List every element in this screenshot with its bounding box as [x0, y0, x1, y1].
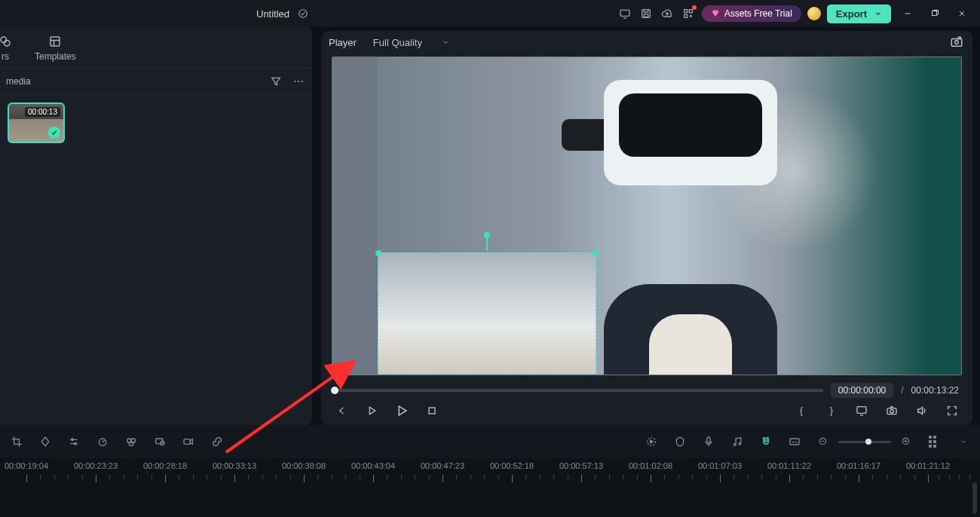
timeline-tick-minor — [914, 475, 915, 479]
window-close-button[interactable] — [951, 6, 972, 21]
caption-icon[interactable] — [787, 434, 802, 449]
crop-icon[interactable] — [9, 434, 24, 449]
display-icon[interactable] — [855, 404, 868, 418]
tab-templates-label: Templates — [35, 51, 76, 62]
speed-icon[interactable] — [95, 434, 110, 449]
tab-templates[interactable]: Templates — [30, 33, 81, 63]
svg-rect-18 — [857, 407, 866, 414]
zoom-out-icon[interactable] — [816, 434, 831, 449]
filter-icon[interactable] — [268, 75, 283, 88]
play-icon[interactable] — [395, 404, 409, 418]
record-icon[interactable] — [181, 434, 196, 449]
tab-filters-label: rs — [2, 51, 9, 62]
mark-in-icon[interactable]: { — [795, 404, 808, 418]
svg-point-12 — [298, 81, 299, 82]
timeline-label: 00:00:23:23 — [74, 461, 118, 470]
more-menu-icon[interactable] — [291, 75, 306, 88]
svg-rect-7 — [933, 11, 937, 16]
svg-point-13 — [302, 81, 303, 82]
timeline[interactable]: 00:00:19:0400:00:23:2300:00:28:1800:00:3… — [0, 458, 980, 517]
filters-icon — [0, 35, 12, 48]
timeline-toolbar-right — [644, 434, 971, 449]
timeline-tick-minor — [137, 475, 138, 479]
preview-overlay-clip[interactable] — [378, 252, 596, 375]
timeline-tick-minor — [706, 475, 707, 479]
timeline-tick-minor — [429, 475, 430, 479]
timeline-tick-major — [512, 475, 513, 482]
magnetic-icon[interactable] — [758, 434, 773, 449]
render-icon[interactable] — [644, 434, 659, 449]
voiceover-icon[interactable] — [701, 434, 716, 449]
timeline-tick-major — [443, 475, 443, 482]
mark-out-icon[interactable]: } — [825, 404, 838, 418]
timeline-tick-minor — [887, 475, 887, 479]
mask-icon[interactable] — [152, 434, 167, 449]
timeline-tick-minor — [54, 475, 55, 479]
device-preview-icon[interactable] — [617, 6, 632, 21]
window-minimize-button[interactable] — [897, 6, 918, 21]
diamond-icon — [711, 9, 720, 18]
svg-rect-1 — [620, 10, 629, 16]
volume-icon[interactable] — [915, 404, 929, 418]
save-icon[interactable] — [639, 6, 654, 21]
timeline-tick-minor — [872, 475, 873, 479]
svg-rect-29 — [184, 439, 190, 445]
zoom-track[interactable] — [838, 441, 891, 443]
title-bar-right: Assets Free Trial Export — [617, 5, 972, 23]
timeline-tick-minor — [179, 475, 179, 479]
timeline-label: 00:00:19:04 — [5, 461, 48, 470]
timeline-scrollbar[interactable] — [972, 482, 977, 514]
window-maximize-button[interactable] — [924, 6, 945, 21]
zoom-in-icon[interactable] — [899, 434, 914, 449]
svg-point-15 — [955, 41, 959, 44]
play-backward-icon[interactable] — [365, 404, 378, 418]
account-avatar[interactable] — [807, 7, 821, 20]
timeline-tick-minor — [193, 475, 194, 479]
canvas-frame[interactable] — [332, 57, 962, 375]
svg-point-33 — [739, 442, 741, 445]
player-canvas[interactable] — [332, 57, 962, 375]
media-panel-tabs: rs Templates — [0, 27, 312, 69]
player-quality-dropdown[interactable]: Full Quality — [367, 35, 455, 50]
assets-trial-label: Assets Free Trial — [724, 8, 792, 19]
timeline-zoom-slider[interactable] — [816, 434, 914, 449]
apps-icon[interactable] — [681, 6, 696, 21]
timeline-tick-minor — [803, 475, 804, 479]
media-clip[interactable]: 00:00:13 — [8, 102, 65, 143]
cloud-sync-icon[interactable] — [296, 6, 311, 21]
prev-frame-icon[interactable] — [335, 404, 348, 418]
marker-icon[interactable] — [672, 434, 688, 449]
player-progress-row: 00:00:00:00 / 00:00:13:22 — [321, 380, 972, 399]
audio-mixer-icon[interactable] — [730, 434, 745, 449]
media-clip-used-icon — [48, 127, 60, 139]
title-bar: Untitled Assets Free Trial Export — [0, 0, 980, 27]
timeline-tick-minor — [831, 475, 831, 479]
snapshot-icon[interactable] — [948, 35, 965, 49]
media-breadcrumb: media — [6, 76, 31, 87]
svg-rect-3 — [644, 14, 648, 17]
color-icon[interactable] — [124, 434, 139, 449]
export-button[interactable]: Export — [827, 5, 891, 23]
timeline-tick-minor — [900, 475, 901, 479]
timeline-tick-minor — [595, 475, 596, 479]
cloud-upload-icon[interactable] — [660, 6, 675, 21]
stop-icon[interactable] — [425, 404, 439, 418]
timeline-tick-minor — [40, 475, 41, 479]
camera-icon[interactable] — [885, 404, 899, 418]
seek-knob[interactable] — [331, 387, 338, 394]
player-seek-bar[interactable] — [335, 389, 823, 392]
assets-trial-button[interactable]: Assets Free Trial — [702, 5, 801, 22]
timeline-tick-minor — [345, 475, 346, 479]
adjust-icon[interactable] — [66, 434, 81, 449]
fullscreen-icon[interactable] — [945, 404, 959, 418]
timeline-tick-major — [165, 475, 166, 482]
svg-point-9 — [5, 41, 11, 47]
tab-filters[interactable]: rs — [0, 33, 17, 63]
timeline-dropdown-icon[interactable] — [956, 434, 971, 449]
keyframe-icon[interactable] — [38, 434, 53, 449]
timeline-layout-icon[interactable] — [927, 434, 942, 449]
overlay-rotate-handle[interactable] — [486, 235, 488, 250]
link-icon[interactable] — [210, 434, 225, 449]
svg-point-8 — [1, 37, 7, 43]
timeline-tick-minor — [387, 475, 387, 479]
